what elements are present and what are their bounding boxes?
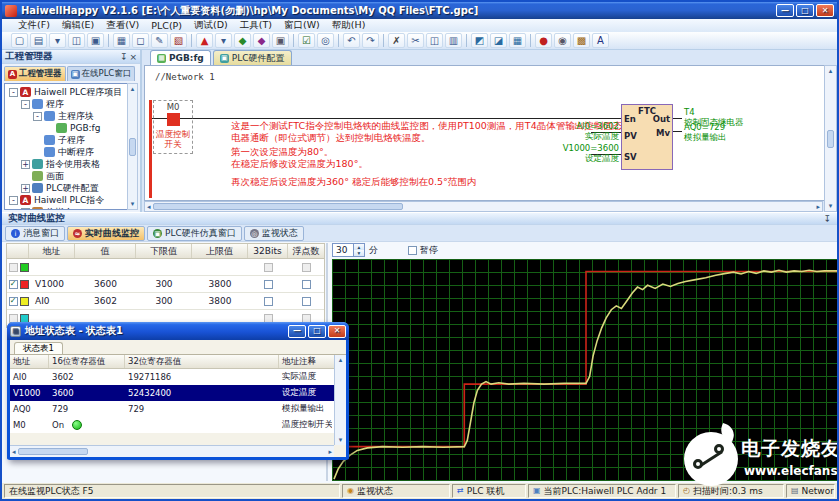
scroll-down-icon[interactable]: ▾	[829, 202, 833, 210]
editor-vertical-scrollbar[interactable]: ▴ ▾	[824, 65, 837, 212]
bits32-checkbox[interactable]	[264, 280, 273, 289]
tab-status-table-1[interactable]: 状态表1	[14, 342, 63, 354]
current-plc-indicator[interactable]: ▣ 当前PLC:Haiwell PLC Addr 1	[528, 484, 676, 498]
row-enable-checkbox[interactable]	[9, 263, 18, 272]
curve-monitor-icon[interactable]: ◪	[490, 33, 507, 48]
open-dropdown-icon[interactable]: ▾	[49, 33, 66, 48]
status-table-row[interactable]: AI0360219271186实际温度	[10, 369, 346, 385]
close-button[interactable]: ✕	[816, 4, 834, 17]
tab-simulation[interactable]: ▣PLC硬件仿真窗口	[147, 226, 242, 241]
contact-m0[interactable]	[167, 113, 180, 126]
address-status-window[interactable]: ▦ 地址状态表 - 状态表1 — □ ✕ 状态表1 地址 16位寄存器值 32位…	[7, 322, 349, 460]
panel-close-icon[interactable]: ×	[129, 52, 137, 62]
watch-table-row[interactable]: ✓AI036023003800	[7, 293, 324, 310]
scroll-down-icon[interactable]: ▾	[339, 436, 343, 444]
scrollbar-thumb[interactable]	[18, 448, 88, 455]
tree-item-project-root[interactable]: -AHaiwell PLC程序项目	[7, 86, 137, 98]
status-window-titlebar[interactable]: ▦ 地址状态表 - 状态表1 — □ ✕	[7, 322, 349, 340]
scrollbar-thumb[interactable]	[827, 130, 834, 148]
plc-link-indicator[interactable]: ⇄ PLC 联机	[452, 484, 526, 498]
panel-pin-icon[interactable]: ↧	[823, 214, 831, 224]
scrollbar-thumb[interactable]	[129, 138, 136, 156]
maximize-button[interactable]: □	[308, 325, 326, 338]
expand-icon[interactable]: +	[21, 184, 30, 193]
scroll-up-icon[interactable]: ▴	[131, 85, 135, 93]
tree-item-pgb-fg[interactable]: PGB:fg	[7, 122, 137, 134]
spinner-down-icon[interactable]: ▾	[354, 250, 364, 256]
undo-icon[interactable]: ↶	[343, 33, 360, 48]
tab-curve-monitor[interactable]: ≈实时曲线监控	[67, 226, 145, 241]
scroll-right-icon[interactable]: ▸	[816, 203, 820, 211]
scroll-down-icon[interactable]: ▾	[131, 200, 135, 208]
pause-checkbox[interactable]	[408, 246, 417, 255]
syntax-check-icon[interactable]: ☑	[298, 33, 315, 48]
pause-control[interactable]: 暂停	[408, 244, 438, 257]
title-bar[interactable]: HaiwellHappy V2.1.6 [E:\个人重要资料(勿删)\hp\My…	[2, 2, 837, 19]
watch-table-row[interactable]	[7, 259, 324, 276]
ladder-editor-canvas[interactable]: //Network 1 M0 温度控制开关 这是一个测试FTC指令控制电烙铁的曲…	[144, 65, 828, 201]
scroll-right-icon[interactable]: ▸	[328, 448, 332, 456]
copy-icon[interactable]: ◫	[426, 33, 443, 48]
menu-edit[interactable]: 编辑(E)	[56, 19, 100, 32]
panel-pin-icon[interactable]: ↧	[120, 52, 128, 62]
properties-icon[interactable]: ▧	[170, 33, 187, 48]
monitor-status-indicator[interactable]: ◉ 监视状态	[342, 484, 450, 498]
minutes-input[interactable]: 30	[332, 243, 354, 257]
open-file-icon[interactable]: ▤	[30, 33, 47, 48]
contact-selection-box[interactable]: M0 温度控制开关	[153, 100, 193, 154]
tree-item-bit-instructions[interactable]: -位指令	[7, 206, 137, 210]
bits32-checkbox[interactable]	[264, 263, 273, 272]
status-table-icon[interactable]: ▦	[509, 33, 526, 48]
collapse-icon[interactable]: -	[21, 208, 30, 211]
tree-scrollbar[interactable]: ▴ ▾	[127, 83, 138, 210]
logo-dropdown-icon[interactable]: ▾	[215, 33, 232, 48]
tree-item-main-program-block[interactable]: -主程序块	[7, 110, 137, 122]
tree-item-sub-program[interactable]: 子程序	[7, 134, 137, 146]
find-icon[interactable]: ◎	[317, 33, 334, 48]
download-to-plc-icon[interactable]: ◆	[234, 33, 251, 48]
plc-config-icon[interactable]: ▩	[573, 33, 590, 48]
paste-icon[interactable]: ▥	[445, 33, 462, 48]
cut-icon[interactable]: ✂	[407, 33, 424, 48]
delete-icon[interactable]: ✗	[388, 33, 405, 48]
edit-icon[interactable]: ✎	[151, 33, 168, 48]
tree-item-program[interactable]: -程序	[7, 98, 137, 110]
redo-icon[interactable]: ↷	[362, 33, 379, 48]
maximize-button[interactable]: □	[796, 4, 814, 17]
float-checkbox[interactable]	[302, 297, 311, 306]
close-button[interactable]: ✕	[328, 325, 346, 338]
collapse-icon[interactable]: -	[9, 196, 18, 205]
status-vertical-scrollbar[interactable]: ▴ ▾	[334, 355, 346, 445]
tree-item-plc-hardware-config[interactable]: +PLC硬件配置	[7, 182, 137, 194]
ftc-function-block[interactable]: FTC En PV SV Out Mv	[621, 104, 673, 170]
upload-from-plc-icon[interactable]: ◆	[253, 33, 270, 48]
menu-view[interactable]: 查看(V)	[100, 19, 145, 32]
float-checkbox[interactable]	[302, 263, 311, 272]
tab-project-manager[interactable]: A 工程管理器	[4, 66, 66, 81]
scrollbar-thumb[interactable]	[153, 203, 403, 210]
run-plc-icon[interactable]: ◉	[554, 33, 571, 48]
menu-plc[interactable]: PLC(P)	[145, 20, 188, 31]
menu-tools[interactable]: 工具(T)	[234, 19, 278, 32]
tab-pgb-fg[interactable]: ▦ PGB:fg	[150, 50, 211, 65]
tree-item-interrupt-program[interactable]: 中断程序	[7, 146, 137, 158]
print-icon[interactable]: ▦	[113, 33, 130, 48]
haiwell-logo-icon[interactable]: ▲	[196, 33, 213, 48]
curve-chart[interactable]	[332, 259, 837, 481]
collapse-icon[interactable]: -	[33, 112, 42, 121]
print-preview-icon[interactable]: ◻	[132, 33, 149, 48]
status-horizontal-scrollbar[interactable]: ◂ ▸	[10, 445, 334, 457]
tab-watch-status[interactable]: ◎监视状态	[244, 226, 304, 241]
status-table-row[interactable]: V1000360052432400设定温度	[10, 385, 346, 401]
float-checkbox[interactable]	[302, 280, 311, 289]
tab-online-plc-window[interactable]: ▣ 在线PLC窗口	[67, 66, 136, 81]
collapse-icon[interactable]: -	[9, 88, 18, 97]
simulator-icon[interactable]: ▣	[272, 33, 289, 48]
scroll-up-icon[interactable]: ▴	[829, 67, 833, 75]
save-icon[interactable]: ◫	[68, 33, 85, 48]
scroll-left-icon[interactable]: ◂	[12, 448, 16, 456]
editor-horizontal-scrollbar[interactable]: ◂ ▸	[144, 201, 823, 212]
watch-table-row[interactable]: ✓V100036003003800	[7, 276, 324, 293]
expand-icon[interactable]: +	[21, 160, 30, 169]
time-window-spinner[interactable]: 30 ▴ ▾ 分	[332, 243, 378, 257]
